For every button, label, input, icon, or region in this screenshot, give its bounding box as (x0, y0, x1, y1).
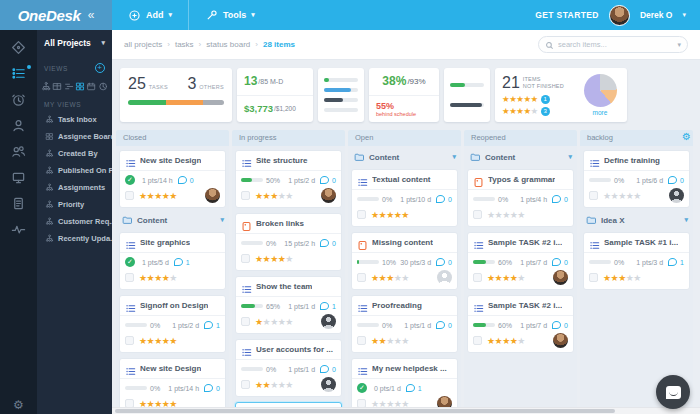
star-rating[interactable]: ★★★★★ (371, 336, 409, 346)
star-rating[interactable]: ★★★★★ (139, 191, 177, 201)
task-card[interactable]: New site Design0%1 pts/14 h0★★★★★ (119, 358, 226, 414)
sidebar-item-customer-req[interactable]: Customer Req... (37, 213, 112, 230)
search-input[interactable] (558, 40, 673, 49)
comments-bubble-icon[interactable] (320, 176, 329, 184)
table-view-icon[interactable] (52, 78, 62, 89)
user-menu-chevron-icon[interactable]: ▾ (682, 11, 686, 19)
star-rating[interactable]: ★★★★★ (502, 106, 538, 116)
collapse-sidebar-icon[interactable]: « (88, 8, 95, 22)
assignee-avatar[interactable] (553, 333, 568, 348)
task-card[interactable]: Signoff on Design0%1 pts/2 d1★★★★★ (119, 295, 226, 353)
assignee-avatar[interactable] (553, 270, 568, 285)
star-rating[interactable]: ★★★★★ (139, 336, 177, 346)
tools-button[interactable]: Tools ▾ (189, 0, 271, 30)
collapse-chevron-icon[interactable]: ▾ (684, 216, 688, 224)
card-checkbox[interactable] (241, 191, 250, 200)
comments-bubble-icon[interactable] (552, 258, 561, 266)
user-icon[interactable] (11, 118, 26, 133)
tasks-icon[interactable] (11, 66, 26, 81)
task-card[interactable]: Sample TASK #2 i...60%1 pts/7 d0★★★★★ (467, 232, 574, 290)
task-card[interactable]: Sample TASK #1 i...0%1 pts/3 d1★★★★★ (583, 232, 690, 290)
assignee-avatar[interactable] (205, 188, 220, 203)
star-rating[interactable]: ★★★★★ (255, 317, 293, 327)
star-rating[interactable]: ★★★★★ (487, 336, 525, 346)
sidebar-item-priority[interactable]: Priority (37, 196, 112, 213)
breadcrumb-status-board[interactable]: status board (206, 40, 250, 49)
task-card[interactable]: Site graphics✓1 pts/5 d1★★★★★ (119, 232, 226, 290)
star-rating[interactable]: ★★★★★ (139, 273, 177, 283)
sidebar-item-assignments[interactable]: Assignments (37, 179, 112, 196)
comments-bubble-icon[interactable] (204, 321, 213, 329)
group-header[interactable]: Content▾ (351, 150, 458, 164)
tag-icon[interactable] (11, 40, 26, 55)
assignee-avatar[interactable] (437, 270, 452, 285)
star-rating[interactable]: ★★★★★ (502, 94, 538, 104)
task-card[interactable]: User accounts for ...0%1 pts/1 d0★★★★★ (235, 339, 342, 397)
card-checkbox[interactable] (241, 380, 250, 389)
settings-gear-icon[interactable]: ⚙ (0, 398, 37, 412)
comments-bubble-icon[interactable] (406, 384, 415, 392)
task-card[interactable]: Textual content0%1 pts/10 d0★★★★★ (351, 169, 458, 227)
comments-bubble-icon[interactable] (668, 176, 677, 184)
search-options-chevron-icon[interactable]: ▾ (677, 41, 681, 49)
breadcrumb-tasks[interactable]: tasks (175, 40, 194, 49)
star-rating[interactable]: ★★★★★ (371, 273, 409, 283)
horizontal-scrollbar[interactable] (112, 407, 700, 414)
effort-cost-card[interactable]: 13 /85 M-D $3,773 /$1,200 (237, 68, 313, 122)
sidebar-item-task-inbox[interactable]: Task Inbox (37, 111, 112, 128)
task-card[interactable]: Sample TASK #2 i...60%1 pts/7 d0★★★★★ (467, 295, 574, 353)
comments-bubble-icon[interactable] (436, 195, 445, 203)
comments-bubble-icon[interactable] (320, 302, 329, 310)
collapse-chevron-icon[interactable]: ▾ (452, 153, 456, 161)
calendar-view-icon[interactable] (86, 78, 96, 89)
comments-bubble-icon[interactable] (320, 239, 329, 247)
users-icon[interactable] (11, 144, 26, 159)
card-checkbox[interactable] (473, 336, 482, 345)
task-card[interactable]: Show the team65%1 pts/1 d1★★★★★ (235, 276, 342, 334)
task-card[interactable]: Proofreading0%1 pts/1 d0★★★★★ (351, 295, 458, 353)
add-button[interactable]: Add ▾ (112, 0, 188, 30)
assignee-avatar[interactable] (669, 188, 684, 203)
user-name[interactable]: Derek O (640, 10, 673, 20)
task-card[interactable]: Define training0%1 pts/6 d0★★★★★ (583, 150, 690, 208)
comments-bubble-icon[interactable] (668, 258, 677, 266)
monitor-icon[interactable] (11, 170, 26, 185)
user-avatar[interactable] (609, 5, 630, 26)
task-card[interactable]: Typos & grammar0%1 pts/4 h0★★★★★ (467, 169, 574, 227)
gantt-view-icon[interactable] (64, 78, 74, 89)
card-checkbox[interactable] (589, 191, 598, 200)
more-link[interactable]: more (593, 109, 608, 116)
collapse-chevron-icon[interactable]: ▾ (568, 153, 572, 161)
activity-icon[interactable] (11, 222, 26, 237)
task-card[interactable]: New site Design✓1 pts/14 h0★★★★★ (119, 150, 226, 208)
chat-launcher-button[interactable] (656, 375, 690, 409)
star-rating[interactable]: ★★★★★ (371, 210, 409, 220)
card-checkbox[interactable] (241, 317, 250, 326)
status-view-icon[interactable] (98, 78, 108, 89)
group-header[interactable]: Content▾ (467, 150, 574, 164)
comments-bubble-icon[interactable] (436, 321, 445, 329)
get-started-link[interactable]: GET STARTED (535, 10, 599, 20)
board-settings-gear-icon[interactable]: ⚙ (682, 131, 691, 142)
card-checkbox[interactable] (125, 273, 134, 282)
tree-view-icon[interactable] (41, 78, 51, 89)
sidebar-item-recently-upda[interactable]: Recently Upda... (37, 230, 112, 247)
star-rating[interactable]: ★★★★★ (255, 254, 293, 264)
assignee-avatar[interactable] (321, 314, 336, 329)
comments-bubble-icon[interactable] (552, 321, 561, 329)
document-icon[interactable] (11, 196, 26, 211)
comments-bubble-icon[interactable] (178, 176, 187, 184)
group-header[interactable]: Idea X▾ (583, 213, 690, 227)
task-card[interactable]: Site structure50%1 pts/2 d0★★★★★ (235, 150, 342, 208)
card-checkbox[interactable] (357, 273, 366, 282)
mini-bars-card[interactable] (318, 68, 364, 122)
task-card[interactable]: My new helpdesk ...✓0 pts/1 d1★★★★★ (351, 358, 458, 414)
card-checkbox[interactable] (241, 254, 250, 263)
card-checkbox[interactable] (473, 273, 482, 282)
star-rating[interactable]: ★★★★★ (603, 191, 641, 201)
sidebar-item-assignee-board[interactable]: Assignee Board (37, 128, 112, 145)
items-not-finished-card[interactable]: 21 ITEMSNOT FINISHED ★★★★★1★★★★★3 more (495, 68, 627, 122)
comments-bubble-icon[interactable] (174, 258, 183, 266)
card-checkbox[interactable] (125, 191, 134, 200)
clock-icon[interactable] (11, 92, 26, 107)
